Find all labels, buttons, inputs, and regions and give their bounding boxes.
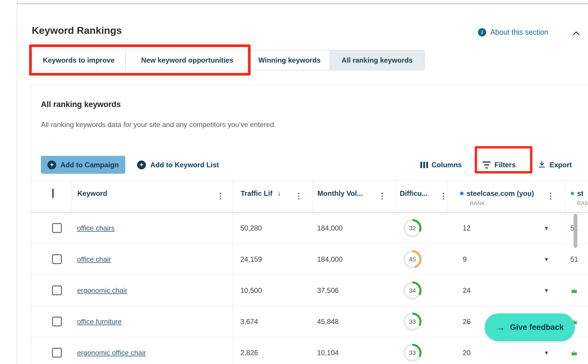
monthly-header-label: Monthly Vol... xyxy=(317,189,363,197)
plus-icon: + xyxy=(137,161,146,169)
keyword-link[interactable]: office furniture xyxy=(77,318,122,326)
site-rank-value: 24 xyxy=(463,286,471,295)
rank-dropdown-caret-icon[interactable]: ▾ xyxy=(545,287,548,294)
column-menu-icon[interactable] xyxy=(549,192,552,201)
site-rank-header[interactable]: steelcase.com (you) RANK xyxy=(447,181,565,212)
vertical-scrollbar-thumb[interactable] xyxy=(574,214,577,248)
rank-dropdown-caret-icon[interactable]: ▾ xyxy=(545,224,548,232)
traffic-lift-cell: 10,500 xyxy=(233,275,313,306)
monthly-volume-cell: 184,000 xyxy=(313,213,395,243)
plus-icon: + xyxy=(47,161,56,169)
column-menu-icon[interactable] xyxy=(219,192,222,201)
site-rank-value: 9 xyxy=(463,255,467,263)
keyword-cell: ergonomic chair xyxy=(71,275,233,306)
keyword-header-label: Keyword xyxy=(77,189,107,197)
competitor-rank-sublabel: RANK xyxy=(565,201,588,207)
competitor-rank-value: 51 xyxy=(570,255,578,263)
about-this-section-link[interactable]: i About this section xyxy=(478,28,548,36)
competitor-rank-cell: 51 xyxy=(565,244,588,275)
traffic-lift-cell: 50,280 xyxy=(233,213,313,243)
tab-keywords-to-improve[interactable]: Keywords to improve xyxy=(32,50,126,70)
section-description: All ranking keywords data for your site … xyxy=(41,121,276,129)
site-rank-value: 12 xyxy=(463,224,471,232)
keyword-link[interactable]: ergonomic office chair xyxy=(77,349,146,357)
row-checkbox[interactable] xyxy=(52,348,62,358)
table-body: office chairs 50,280 184,000 32 12 ▾ 51 xyxy=(31,213,588,364)
keyword-cell: office chairs xyxy=(71,213,233,243)
page-title: Keyword Rankings xyxy=(32,25,122,36)
competitor-rank-header[interactable]: st RANK xyxy=(565,181,588,212)
columns-label: Columns xyxy=(432,161,462,169)
site-rank-cell: 9 ▾ xyxy=(447,244,565,275)
collapse-section-chevron-icon[interactable] xyxy=(573,31,580,37)
columns-button[interactable]: Columns xyxy=(420,156,462,174)
table-row: office chairs 50,280 184,000 32 12 ▾ 51 xyxy=(31,213,588,244)
difficulty-donut: 33 xyxy=(403,344,422,362)
site-rank-value: 20 xyxy=(463,349,471,357)
difficulty-donut: 32 xyxy=(403,219,422,237)
row-checkbox-cell xyxy=(31,337,71,364)
give-feedback-button[interactable]: → Give feedback xyxy=(485,313,575,341)
keyword-header[interactable]: Keyword xyxy=(71,181,233,212)
competitor-rank-cell xyxy=(565,275,588,306)
keyword-cell: ergonomic office chair xyxy=(71,337,233,364)
row-checkbox-cell xyxy=(31,306,71,337)
select-all-cell xyxy=(31,181,71,212)
filters-label: Filters xyxy=(494,161,516,169)
traffic-lift-header[interactable]: Traffic Lif ↓ xyxy=(233,181,313,212)
sort-descending-icon[interactable]: ↓ xyxy=(277,189,281,196)
difficulty-header[interactable]: Difficu... xyxy=(395,181,447,212)
add-to-campaign-label: Add to Campaign xyxy=(60,161,119,169)
crown-icon xyxy=(570,349,578,357)
site-rank-cell: 20 ▾ xyxy=(447,337,565,364)
row-checkbox[interactable] xyxy=(52,223,62,233)
column-menu-icon[interactable] xyxy=(297,192,300,201)
page-top-border xyxy=(17,4,588,4)
tab-new-keyword-opportunities[interactable]: New keyword opportunities xyxy=(125,50,249,70)
arrow-right-icon: → xyxy=(496,323,505,332)
traffic-lift-cell: 3,674 xyxy=(233,306,313,337)
difficulty-header-label: Difficu... xyxy=(400,189,428,197)
site-header-label: steelcase.com (you) xyxy=(467,189,534,198)
keyword-rankings-page: Keyword Rankings i About this section Ke… xyxy=(0,0,588,364)
difficulty-donut: 45 xyxy=(403,250,422,268)
competitor-dot-icon xyxy=(571,192,574,195)
monthly-volume-header[interactable]: Monthly Vol... xyxy=(313,181,395,212)
row-checkbox-cell xyxy=(31,213,71,243)
export-button[interactable]: Export xyxy=(538,156,572,174)
crown-icon xyxy=(570,287,578,294)
keyword-link[interactable]: office chair xyxy=(77,255,111,263)
select-all-checkbox[interactable] xyxy=(52,188,54,198)
competitor-rank-cell xyxy=(565,337,588,364)
rank-dropdown-caret-icon[interactable]: ▾ xyxy=(545,349,548,357)
add-to-keyword-list-label: Add to Keyword List xyxy=(150,161,219,169)
site-rank-cell: 24 ▾ xyxy=(447,275,565,306)
keyword-cell: office furniture xyxy=(71,306,233,337)
tab-winning-keywords[interactable]: Winning keywords xyxy=(249,50,330,70)
keyword-link[interactable]: office chairs xyxy=(77,224,115,232)
tab-all-ranking-keywords[interactable]: All ranking keywords xyxy=(330,50,424,70)
difficulty-cell: 45 xyxy=(395,244,447,275)
download-icon xyxy=(538,160,546,169)
row-checkbox[interactable] xyxy=(52,285,62,295)
traffic-lift-cell: 2,826 xyxy=(233,337,313,364)
add-to-campaign-button[interactable]: + Add to Campaign xyxy=(41,156,125,174)
filter-icon xyxy=(482,161,491,168)
column-menu-icon[interactable] xyxy=(442,192,445,201)
row-checkbox[interactable] xyxy=(52,254,62,264)
rank-dropdown-caret-icon[interactable]: ▾ xyxy=(545,256,548,263)
difficulty-donut: 33 xyxy=(403,313,422,331)
column-menu-icon[interactable] xyxy=(381,192,384,201)
add-to-keyword-list-button[interactable]: + Add to Keyword List xyxy=(137,156,219,174)
keyword-cell: office chair xyxy=(71,244,233,275)
site-rank-value: 26 xyxy=(463,318,471,326)
about-label: About this section xyxy=(490,28,548,36)
competitor-header-label: st xyxy=(577,189,583,198)
traffic-lift-cell: 24,159 xyxy=(233,244,313,275)
keyword-link[interactable]: ergonomic chair xyxy=(77,286,127,295)
frozen-column-divider xyxy=(233,180,233,364)
difficulty-cell: 33 xyxy=(395,337,447,364)
filters-button[interactable]: Filters xyxy=(482,156,516,174)
table-row: ergonomic chair 10,500 37,506 34 24 ▾ xyxy=(31,275,588,306)
row-checkbox[interactable] xyxy=(52,317,62,326)
